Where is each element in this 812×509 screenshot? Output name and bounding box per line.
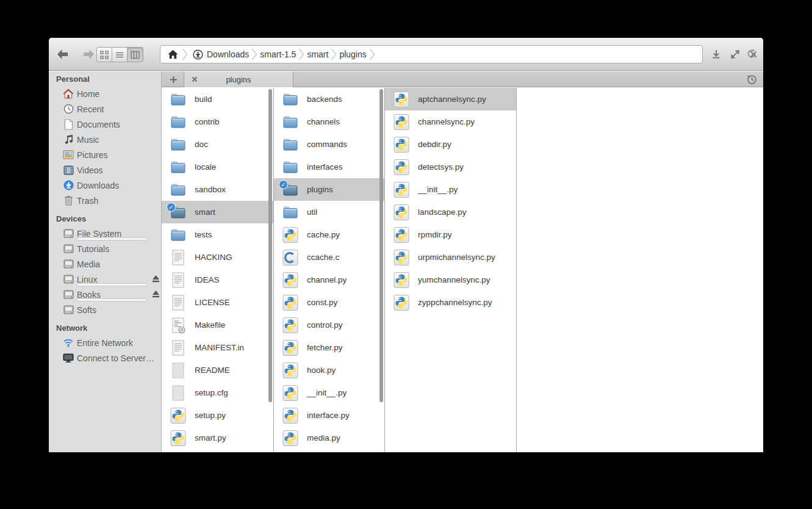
file-row[interactable]: ✓ channelsync.py xyxy=(385,110,516,133)
sidebar-item[interactable]: File System xyxy=(49,226,161,241)
python-file-icon xyxy=(282,384,299,402)
eject-button[interactable] xyxy=(151,289,160,298)
sidebar-item[interactable]: Linux xyxy=(49,272,161,287)
file-row[interactable]: ✓ plugins xyxy=(274,178,384,201)
file-row[interactable]: ✓ cache.py xyxy=(274,223,384,246)
sidebar-item[interactable]: Recent xyxy=(49,101,161,117)
file-row[interactable]: ✓ setup.cfg xyxy=(162,381,273,404)
close-icon xyxy=(749,50,758,59)
file-row[interactable]: ✓ urpmichannelsync.py xyxy=(385,246,516,269)
sidebar-item[interactable]: Videos xyxy=(49,162,161,178)
breadcrumb-crumb[interactable]: smart-1.5 xyxy=(259,46,306,63)
network-items: Entire Network Connect to Server… xyxy=(49,335,161,366)
python-file-icon xyxy=(393,249,410,266)
file-row[interactable]: ✓ yumchannelsync.py xyxy=(385,269,516,291)
file-row[interactable]: ✓ fetcher.py xyxy=(274,336,384,359)
file-row[interactable]: ✓ sandbox xyxy=(162,178,273,201)
file-row[interactable]: ✓ HACKING xyxy=(162,246,273,269)
breadcrumb-crumb[interactable]: plugins xyxy=(338,46,376,63)
documents-icon xyxy=(63,119,74,130)
fullscreen-button[interactable] xyxy=(728,48,742,61)
folder-icon xyxy=(170,114,187,131)
file-row[interactable]: ✓ setup.py xyxy=(162,404,273,427)
file-row[interactable]: ✓ media.py xyxy=(274,427,384,449)
file-row[interactable]: ✓ channels xyxy=(274,110,384,133)
file-row[interactable]: ✓ locale xyxy=(162,156,273,178)
file-row[interactable]: ✓ IDEAS xyxy=(162,269,273,291)
sidebar-item[interactable]: Entire Network xyxy=(49,335,161,350)
breadcrumb-crumb[interactable] xyxy=(164,46,189,63)
file-row[interactable]: ✓ xyxy=(274,449,384,452)
file-row[interactable]: ✓ Makefile xyxy=(162,314,273,336)
file-row[interactable]: ✓ commands xyxy=(274,133,384,156)
sidebar-item[interactable]: Pictures xyxy=(49,147,161,162)
window-body: Personal Home Recent xyxy=(49,71,763,452)
file-row[interactable]: ✓ interface.py xyxy=(274,404,384,427)
file-row[interactable]: ✓ detectsys.py xyxy=(385,156,516,178)
file-row[interactable]: ✓ __init__.py xyxy=(274,381,384,404)
sidebar-item[interactable]: Home xyxy=(49,86,161,101)
sidebar-item[interactable]: Media xyxy=(49,256,161,272)
drive-icon xyxy=(63,244,74,254)
file-row[interactable]: ✓ landscape.py xyxy=(385,201,516,223)
file-row[interactable]: ✓ interfaces xyxy=(274,156,384,178)
list-view-button[interactable] xyxy=(112,48,128,62)
file-row[interactable]: ✓ hook.py xyxy=(274,359,384,381)
file-row[interactable]: ✓ xyxy=(162,449,273,452)
file-row[interactable]: ✓ ccache.c xyxy=(274,246,384,269)
grid-view-button[interactable] xyxy=(97,48,112,62)
file-row[interactable]: ✓ doc xyxy=(162,133,273,156)
sidebar-item[interactable]: Downloads xyxy=(49,178,161,193)
file-row[interactable]: ✓ __init__.py xyxy=(385,178,516,201)
sidebar-item[interactable]: Connect to Server… xyxy=(49,350,161,366)
column-view-button[interactable] xyxy=(128,48,143,62)
forward-icon xyxy=(82,49,95,60)
file-row[interactable]: ✓ smart.py xyxy=(162,427,273,449)
file-row[interactable]: ✓ smart xyxy=(162,201,273,223)
downloads-circle-icon xyxy=(193,49,203,60)
eject-button[interactable] xyxy=(151,274,160,283)
history-button[interactable] xyxy=(746,74,757,85)
file-row[interactable]: ✓ debdir.py xyxy=(385,133,516,156)
file-row[interactable]: ✓ rpmdir.py xyxy=(385,223,516,246)
crumb-label[interactable]: Downloads xyxy=(206,49,250,59)
breadcrumb-crumb[interactable]: smart xyxy=(306,46,338,63)
file-row[interactable]: ✓ tests xyxy=(162,223,273,246)
file-row[interactable]: ✓ README xyxy=(162,359,273,381)
home-crumb-icon xyxy=(168,49,178,59)
column-scrollbar[interactable] xyxy=(379,89,383,402)
sidebar-item[interactable]: Softs xyxy=(49,302,161,317)
toolbar: Downloads smart-1.5 smart xyxy=(49,38,763,71)
tab-close-icon[interactable] xyxy=(190,75,199,84)
sidebar-item[interactable]: Tutorials xyxy=(49,241,161,256)
python-file-icon xyxy=(393,294,410,311)
sidebar-item[interactable]: Documents xyxy=(49,117,161,132)
close-window-button[interactable] xyxy=(747,48,760,61)
crumb-label[interactable]: plugins xyxy=(338,49,367,59)
crumb-label[interactable]: smart-1.5 xyxy=(259,49,297,59)
crumb-label[interactable]: smart xyxy=(306,49,329,59)
file-row[interactable]: ✓ backends xyxy=(274,88,384,110)
file-row[interactable]: ✓ control.py xyxy=(274,314,384,336)
file-row[interactable]: ✓ channel.py xyxy=(274,269,384,291)
sidebar-item[interactable]: Music xyxy=(49,132,161,147)
breadcrumb-crumb[interactable]: Downloads xyxy=(189,46,259,63)
tab-plugins[interactable]: plugins xyxy=(184,71,293,87)
column-scrollbar[interactable] xyxy=(268,89,272,402)
file-row[interactable]: ✓ zyppchannelsync.py xyxy=(385,291,516,314)
new-tab-button[interactable] xyxy=(164,71,182,87)
file-row[interactable]: ✓ aptchannelsync.py xyxy=(385,88,516,110)
sidebar-item[interactable]: Books xyxy=(49,287,161,302)
file-row[interactable]: ✓ LICENSE xyxy=(162,291,273,314)
file-row[interactable]: ✓ const.py xyxy=(274,291,384,314)
file-row[interactable]: ✓ MANIFEST.in xyxy=(162,336,273,359)
file-row[interactable]: ✓ contrib xyxy=(162,110,273,133)
sidebar-item[interactable]: Trash xyxy=(49,193,161,208)
file-row[interactable]: ✓ build xyxy=(162,88,273,110)
downloads-progress-button[interactable] xyxy=(710,48,723,61)
file-row[interactable]: ✓ util xyxy=(274,201,384,223)
breadcrumb[interactable]: Downloads smart-1.5 smart xyxy=(160,45,703,63)
forward-button[interactable] xyxy=(81,46,96,62)
back-button[interactable] xyxy=(55,46,71,62)
home-icon xyxy=(63,88,74,99)
